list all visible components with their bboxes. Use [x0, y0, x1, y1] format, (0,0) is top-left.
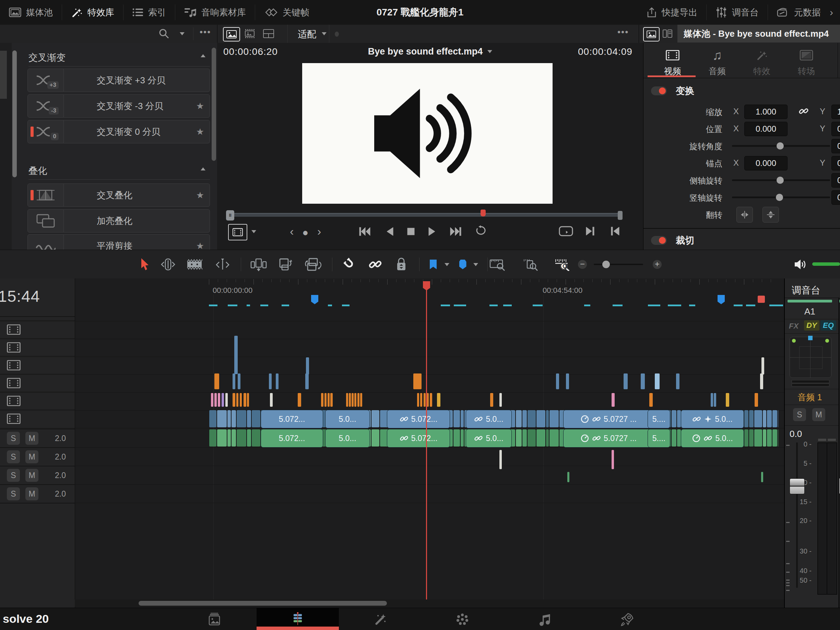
mini-clip[interactable] [234, 336, 238, 374]
timeline-marker-pin[interactable] [718, 295, 725, 304]
timeline-clip[interactable]: 5.... [647, 429, 670, 448]
link-clips-button[interactable] [366, 250, 384, 279]
viewer-scrub-bar[interactable] [231, 213, 622, 217]
timeline-view-custom-button[interactable]: Q [553, 250, 572, 279]
pitch-slider-knob[interactable] [777, 177, 784, 184]
section-collapse-chevron[interactable] [201, 167, 205, 171]
zoom-fit-chevron[interactable] [322, 32, 327, 35]
clip-fragment[interactable] [246, 410, 251, 427]
dynamics-button[interactable]: DY [804, 320, 819, 331]
search-options-chevron[interactable] [180, 32, 185, 35]
mini-clip[interactable] [221, 393, 224, 407]
mini-clip[interactable] [641, 373, 645, 389]
timeline-clip[interactable]: 5.... [647, 410, 670, 428]
clip-fragment[interactable] [522, 429, 527, 447]
clip-fragment[interactable] [744, 410, 748, 427]
mixer-toggle[interactable]: 调音台 [707, 0, 767, 25]
transition-item[interactable]: -3交叉渐变 -3 分贝★ [27, 94, 210, 117]
timeline-view-detail-button[interactable] [521, 250, 540, 279]
audio-track-a1-solo[interactable]: S [7, 432, 20, 445]
clip-fragment[interactable] [217, 429, 227, 447]
mini-clip[interactable] [760, 373, 763, 389]
clip-fragment[interactable] [527, 410, 536, 427]
clip-fragment[interactable] [767, 429, 772, 447]
clip-fragment[interactable] [460, 410, 464, 427]
audio-track-a4-mute[interactable]: M [25, 487, 38, 501]
index-toggle[interactable]: 索引 [123, 0, 175, 25]
timeline-clip[interactable]: 5.072... [387, 410, 450, 428]
timeline-hscrollbar[interactable] [75, 600, 784, 607]
yaw-slider-knob[interactable] [776, 194, 783, 201]
mini-clip[interactable] [676, 373, 679, 389]
flip-horizontal-button[interactable] [736, 207, 753, 223]
clip-fragment[interactable] [549, 410, 559, 427]
mini-clip[interactable] [413, 373, 422, 389]
mini-clip[interactable] [330, 393, 333, 407]
jog-dot-icon[interactable]: ● [302, 227, 308, 238]
stop-button[interactable] [407, 227, 415, 235]
mini-clip[interactable] [437, 393, 441, 407]
page-fusion-button[interactable] [360, 608, 401, 630]
panel-options-button[interactable]: ••• [200, 27, 211, 37]
clip-fragment[interactable] [231, 429, 236, 447]
mini-clip[interactable] [761, 472, 763, 482]
timeline-view-full-button[interactable] [488, 250, 507, 279]
effects-library-toggle[interactable]: 特效库 [62, 0, 123, 25]
anchor-y-input[interactable]: 0 [831, 156, 840, 171]
mini-clip[interactable] [611, 450, 614, 469]
mini-clip[interactable] [240, 393, 242, 407]
mixer-solo-button[interactable]: S [793, 408, 806, 421]
section-collapse-chevron[interactable] [201, 54, 205, 57]
scale-x-input[interactable]: 1.000 [744, 104, 788, 119]
timeline-volume-bar[interactable] [812, 262, 840, 266]
track-name[interactable]: 音频 1 [788, 392, 832, 403]
clip-fragment[interactable] [522, 410, 527, 427]
clip-fragment[interactable] [763, 410, 766, 427]
snapping-magnet-button[interactable] [341, 250, 359, 279]
sound-library-toggle[interactable]: 音响素材库 [175, 0, 255, 25]
clip-fragment[interactable] [772, 410, 777, 427]
clip-name-chevron[interactable] [487, 50, 492, 53]
clip-fragment[interactable] [236, 429, 246, 447]
mini-clip[interactable] [306, 357, 309, 374]
mini-clip[interactable] [305, 373, 309, 389]
mini-clip[interactable] [567, 472, 569, 482]
position-x-input[interactable]: 0.000 [744, 122, 788, 136]
media-pool-toggle[interactable]: 媒体池 [0, 0, 62, 25]
mini-clip[interactable] [276, 373, 278, 389]
clip-fragment[interactable] [778, 429, 778, 447]
mini-clip[interactable] [270, 393, 273, 407]
page-deliver-button[interactable] [606, 608, 647, 630]
timeline-clip[interactable]: 5.0... [325, 429, 370, 448]
mini-clip[interactable] [423, 393, 426, 407]
timeline-clip[interactable]: 5.0... [325, 410, 370, 428]
go-to-start-button[interactable] [359, 227, 371, 236]
clip-fragment[interactable] [546, 429, 549, 447]
play-reverse-button[interactable] [386, 227, 393, 236]
mini-clip[interactable] [499, 450, 502, 469]
video-track-header-v3[interactable] [7, 378, 21, 388]
metadata-toggle[interactable]: 元数据 [768, 0, 830, 25]
page-color-button[interactable] [442, 608, 483, 630]
mini-clip[interactable] [357, 393, 360, 407]
page-media-button[interactable] [194, 608, 235, 630]
audio-track-a2-solo[interactable]: S [7, 450, 20, 463]
zoom-out-button[interactable]: − [576, 250, 589, 279]
mini-clip[interactable] [360, 393, 362, 407]
mini-clip[interactable] [649, 393, 653, 407]
mini-clip[interactable] [328, 393, 330, 407]
clip-fragment[interactable] [767, 410, 772, 427]
clip-view-chevron[interactable] [251, 230, 256, 233]
transition-item[interactable]: 0交叉渐变 0 分贝★ [27, 120, 210, 143]
favorite-star-icon[interactable]: ★ [196, 101, 204, 112]
marker-button[interactable] [458, 250, 468, 279]
mini-clip[interactable] [417, 393, 419, 407]
fx-button[interactable]: FX [789, 322, 799, 331]
position-edit-tool-button[interactable] [214, 250, 232, 279]
cycle-playback-button[interactable] [559, 226, 573, 236]
video-track-header-v1[interactable] [7, 414, 21, 424]
clip-fragment[interactable] [536, 410, 545, 427]
mini-clip[interactable] [490, 393, 493, 407]
scrub-playhead-marker[interactable] [480, 210, 486, 216]
play-button[interactable] [428, 227, 436, 236]
